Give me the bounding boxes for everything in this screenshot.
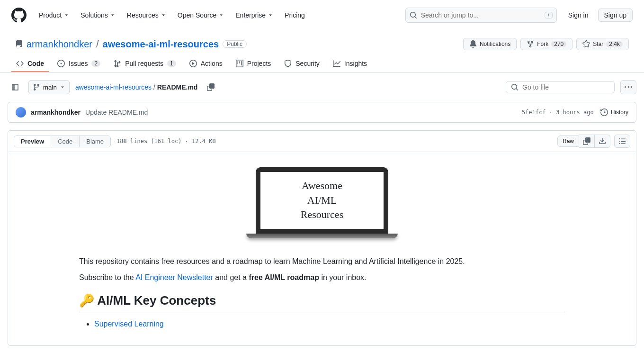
github-logo[interactable]: [11, 8, 27, 23]
tab-preview[interactable]: Preview: [14, 136, 51, 147]
tab-actions[interactable]: Actions: [185, 56, 227, 72]
newsletter-link[interactable]: AI Engineer Newsletter: [135, 273, 213, 281]
fork-icon: [527, 40, 534, 48]
fork-button[interactable]: Fork 270: [520, 38, 572, 50]
collapse-tree-button[interactable]: [8, 81, 23, 94]
fork-count: 270: [551, 41, 566, 47]
copy-icon: [207, 83, 215, 91]
subscribe-paragraph: Subscribe to the AI Engineer Newsletter …: [79, 273, 565, 282]
download-button[interactable]: [595, 135, 610, 148]
search-input[interactable]: [421, 11, 541, 19]
author-link[interactable]: armankhondker: [31, 109, 80, 116]
copy-icon: [583, 137, 590, 145]
sidebar-collapse-icon: [11, 83, 19, 91]
author-avatar[interactable]: [16, 107, 26, 118]
sign-up-button[interactable]: Sign up: [598, 9, 633, 22]
star-button[interactable]: Star 2.4k: [576, 38, 629, 50]
list-item: Supervised Learning: [94, 320, 565, 328]
chevron-down-icon: [60, 84, 65, 90]
history-link[interactable]: History: [600, 109, 628, 116]
readme-content: Awesome AI/ML Resources This repository …: [8, 152, 636, 345]
issues-count: 2: [91, 60, 100, 67]
tab-blame[interactable]: Blame: [79, 136, 110, 147]
tab-projects[interactable]: Projects: [231, 56, 276, 72]
commit-time: 3 hours ago: [556, 109, 593, 116]
copy-path-button[interactable]: [203, 81, 218, 94]
bell-icon: [469, 40, 477, 48]
breadcrumb-root-link[interactable]: awesome-ai-ml-resources: [75, 83, 152, 91]
list-icon: [618, 137, 626, 145]
raw-button[interactable]: Raw: [557, 136, 579, 147]
tab-issues[interactable]: Issues 2: [53, 56, 105, 72]
latest-commit: armankhondker Update README.md 5fe1fcf ·…: [8, 102, 636, 123]
outline-button[interactable]: [614, 135, 630, 148]
breadcrumb-current: README.md: [157, 83, 198, 91]
kebab-icon: [625, 83, 632, 91]
repo-icon: [15, 40, 23, 48]
repo-link[interactable]: awesome-ai-ml-resources: [103, 39, 219, 50]
nav-resources[interactable]: Resources: [122, 9, 171, 22]
code-icon: [16, 60, 24, 67]
project-icon: [236, 60, 243, 67]
pr-icon: [114, 60, 121, 67]
view-mode-tabs: Preview Code Blame: [14, 136, 111, 147]
intro-paragraph: This repository contains free resources …: [79, 257, 565, 266]
visibility-badge: Public: [223, 40, 247, 48]
nav-enterprise[interactable]: Enterprise: [231, 9, 278, 22]
search-icon: [410, 11, 417, 19]
tab-insights[interactable]: Insights: [328, 56, 372, 72]
commit-message-link[interactable]: Update README.md: [85, 109, 148, 116]
nav-product[interactable]: Product: [34, 9, 74, 22]
pr-count: 1: [167, 60, 176, 67]
nav-solutions[interactable]: Solutions: [76, 9, 120, 22]
branch-icon: [33, 83, 40, 91]
star-icon: [582, 40, 590, 48]
tab-pull-requests[interactable]: Pull requests 1: [109, 56, 181, 72]
breadcrumb: awesome-ai-ml-resources / README.md: [75, 83, 198, 91]
graph-icon: [333, 60, 340, 67]
issue-icon: [57, 60, 65, 67]
history-icon: [600, 109, 608, 116]
goto-file-box[interactable]: [506, 81, 615, 93]
download-icon: [599, 137, 606, 145]
file-stats: 188 lines (161 loc) · 12.4 KB: [116, 138, 216, 145]
goto-file-input[interactable]: [522, 83, 609, 91]
more-options-button[interactable]: [620, 80, 636, 94]
shield-icon: [284, 60, 292, 67]
tab-code-view[interactable]: Code: [51, 136, 79, 147]
commit-sha-link[interactable]: 5fe1fcf: [522, 109, 546, 116]
repo-nav: Code Issues 2 Pull requests 1 Actions Pr…: [0, 56, 644, 72]
primary-nav: Product Solutions Resources Open Source …: [34, 9, 398, 22]
search-box[interactable]: /: [405, 8, 557, 23]
tab-security[interactable]: Security: [279, 56, 324, 72]
nav-open-source[interactable]: Open Source: [173, 9, 229, 22]
branch-select-button[interactable]: main: [28, 80, 70, 94]
key-concepts-heading: 🔑 AI/ML Key Concepts: [79, 293, 565, 312]
play-icon: [189, 60, 197, 67]
notifications-button[interactable]: Notifications: [463, 38, 517, 50]
tab-code[interactable]: Code: [11, 56, 49, 72]
star-count: 2.4k: [606, 41, 623, 47]
concept-link[interactable]: Supervised Learning: [94, 320, 164, 328]
nav-pricing[interactable]: Pricing: [280, 9, 310, 22]
copy-raw-button[interactable]: [579, 135, 595, 148]
search-kbd: /: [545, 12, 553, 18]
breadcrumb-slash: /: [96, 39, 99, 50]
sign-in-link[interactable]: Sign in: [564, 9, 592, 22]
hero-image: Awesome AI/ML Resources: [256, 167, 388, 238]
owner-link[interactable]: armankhondker: [27, 39, 92, 50]
search-icon: [511, 83, 519, 91]
